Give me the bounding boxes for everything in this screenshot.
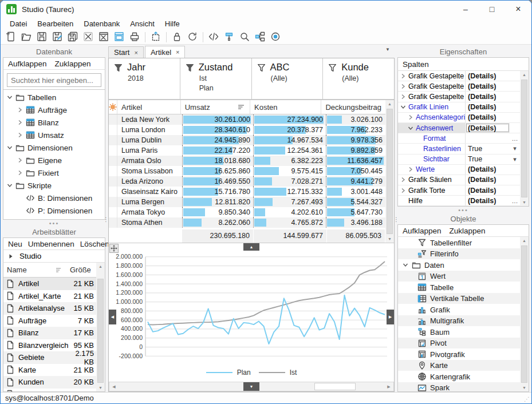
table-row[interactable]: Glaseinsatz Kairo15.716.78012.715.3323.0…: [109, 187, 385, 197]
dropdown-icon[interactable]: ▾: [510, 145, 520, 152]
worksheet-row-artikelanalyse[interactable]: Artikelanalyse15 KB: [3, 302, 96, 315]
row-selector[interactable]: [109, 197, 117, 207]
db-tree-item-b-dimensionen[interactable]: B: Dimensionen: [5, 192, 105, 204]
scrollbar-thumb[interactable]: [387, 109, 393, 234]
tab-list-dropdown-icon[interactable]: ▼: [385, 47, 390, 52]
minimize-button[interactable]: –: [452, 1, 479, 18]
transform-button[interactable]: [149, 30, 163, 43]
property-row-hilfe[interactable]: Hilfe(Details)…: [398, 196, 520, 206]
col-header-umsatz[interactable]: Umsatz: [181, 100, 250, 114]
object-item-pivotgrafik[interactable]: Pivotgrafik: [398, 348, 520, 360]
property-row-sichtbar[interactable]: SichtbarTrue▾: [398, 155, 520, 165]
db-tree-item-eigene[interactable]: Eigene: [5, 154, 105, 167]
close-button[interactable]: ×: [505, 1, 531, 18]
search-input[interactable]: [7, 73, 101, 87]
chevron-right-icon[interactable]: [17, 132, 23, 138]
table-row[interactable]: Leda Arizono16.469.5507.028.2719.441.279: [109, 176, 385, 187]
row-selector[interactable]: [109, 217, 117, 228]
scroll-down-icon[interactable]: ▼: [98, 384, 103, 391]
chevron-right-icon[interactable]: [400, 177, 406, 183]
filter-zustand[interactable]: ZustandIstPlan: [180, 58, 252, 99]
object-item-kartengrafik[interactable]: Kartengrafik: [398, 371, 520, 382]
table-row[interactable]: Luma Dublin24.945.89014.967.5349.978.356: [109, 135, 385, 145]
chevron-right-icon[interactable]: [408, 114, 413, 120]
save-as-button[interactable]: [50, 30, 64, 43]
table-row[interactable]: Stoma Athen8.262.0604.765.8723.496.188: [109, 217, 385, 228]
tab-artikel[interactable]: Artikel×: [145, 46, 186, 58]
new-file-button[interactable]: [4, 30, 18, 43]
table-row[interactable]: Leda New York30.261.00027.234.9003.026.1…: [109, 114, 385, 125]
filter-kunde[interactable]: Kunde(Alle): [323, 58, 394, 99]
db-tree-item-skripte[interactable]: Skripte: [5, 179, 105, 192]
object-item-pivot[interactable]: Pivot: [398, 338, 520, 349]
scroll-down-icon[interactable]: ▼: [522, 384, 526, 391]
chart-next-button[interactable]: ▶: [387, 310, 394, 324]
object-item-baum[interactable]: Baum: [398, 326, 520, 338]
table-row[interactable]: Luma Bergen12.811.8207.267.4935.544.327: [109, 197, 385, 207]
resize-grip[interactable]: ⋰: [524, 396, 530, 402]
db-tree-item-umsatz[interactable]: Umsatz: [5, 129, 105, 141]
worksheet-row-sql-import[interactable]: SQL Import8 KB: [3, 389, 96, 392]
property-row-werte[interactable]: Werte(Details): [398, 165, 520, 175]
db-tree-item-fixiert[interactable]: Fixiert: [5, 167, 105, 179]
db-zuklappen-button[interactable]: Zuklappen: [55, 60, 91, 68]
save-all-button[interactable]: [66, 30, 80, 43]
chevron-right-icon[interactable]: [17, 120, 23, 125]
col-header-deckungsbeitrag[interactable]: Deckungsbeitrag: [321, 100, 385, 114]
chevron-right-icon[interactable]: [17, 157, 23, 163]
scroll-down-icon[interactable]: ▼: [522, 199, 526, 206]
scroll-left-icon[interactable]: ◀: [109, 385, 119, 389]
save-button[interactable]: [35, 30, 49, 43]
property-row-grafik-gestapelte-ba[interactable]: Grafik Gestapelte Ba(Details): [398, 71, 520, 81]
row-selector[interactable]: [109, 207, 117, 217]
scrollbar-thumb[interactable]: [314, 383, 356, 390]
scroll-up-icon[interactable]: ▲: [522, 237, 526, 244]
scrollbar-thumb[interactable]: [97, 279, 104, 383]
code-button[interactable]: [207, 30, 220, 43]
chevron-down-icon[interactable]: [403, 262, 408, 268]
ws-loeschen-button[interactable]: Löschen: [80, 240, 109, 248]
scroll-up-icon[interactable]: ▲: [388, 100, 392, 108]
tab-start[interactable]: Start×: [108, 46, 144, 58]
format-painter-button[interactable]: [222, 30, 236, 43]
row-selector[interactable]: [109, 114, 117, 125]
filter-abc[interactable]: ABC(Alle): [252, 58, 324, 99]
search-button[interactable]: [238, 30, 251, 43]
chevron-down-icon[interactable]: [7, 94, 13, 100]
db-tree-item-dimensionen[interactable]: Dimensionen: [5, 141, 105, 154]
object-item-spark[interactable]: Spark: [398, 382, 520, 392]
collapse-up-button[interactable]: ▲: [243, 243, 259, 251]
table-row[interactable]: Armata Oslo18.018.6806.382.22311.636.457: [109, 156, 385, 166]
worksheet-row-karte[interactable]: Karte21 KB: [3, 364, 96, 377]
scrollbar-thumb[interactable]: [521, 80, 527, 197]
db-tree-item-aufträge[interactable]: Aufträge: [5, 104, 105, 116]
chevron-down-icon[interactable]: [7, 145, 13, 150]
horizontal-scrollbar[interactable]: ◀ ▼ ▶: [109, 382, 394, 391]
object-item-daten[interactable]: Daten: [398, 259, 520, 271]
filter-jahr[interactable]: Jahr2018: [109, 58, 180, 99]
ellipsis-button[interactable]: …: [510, 135, 520, 142]
db-tree-item-tabellen[interactable]: Tabellen: [5, 91, 105, 104]
object-item-filterinfo[interactable]: Filterinfo: [398, 248, 520, 260]
property-row-grafik-säulen[interactable]: Grafik Säulen(Details): [398, 175, 520, 185]
obj-zuklappen-button[interactable]: Zuklappen: [450, 227, 486, 235]
chevron-right-icon[interactable]: [400, 84, 406, 89]
close-tab-icon[interactable]: ×: [176, 49, 179, 56]
scrollbar-thumb[interactable]: [521, 245, 527, 383]
ws-neu-button[interactable]: Neu: [8, 240, 22, 248]
chevron-right-icon[interactable]: [17, 107, 23, 113]
property-row-rasterlinien[interactable]: RasterlinienTrue▾: [398, 144, 520, 154]
menu-hilfe[interactable]: Hilfe: [160, 18, 184, 29]
ws-col-size[interactable]: Größe: [66, 263, 96, 277]
property-row-grafik-torte[interactable]: Grafik Torte(Details): [398, 185, 520, 196]
right-splitter-handle[interactable]: •••: [397, 207, 529, 213]
menu-ansicht[interactable]: Ansicht: [125, 18, 159, 29]
visibility-button[interactable]: [269, 30, 282, 43]
scroll-up-icon[interactable]: ▲: [522, 71, 526, 78]
property-row-grafik-linien[interactable]: Grafik Linien(Details): [398, 102, 520, 113]
property-row-achsenwert[interactable]: Achsenwert(Details): [398, 123, 520, 133]
property-row-achsenkategorie[interactable]: Achsenkategorie(Details): [398, 113, 520, 123]
chevron-right-icon[interactable]: [400, 94, 406, 100]
chevron-down-icon[interactable]: [400, 104, 406, 110]
db-tree-item-bilanz[interactable]: Bilanz: [5, 116, 105, 129]
